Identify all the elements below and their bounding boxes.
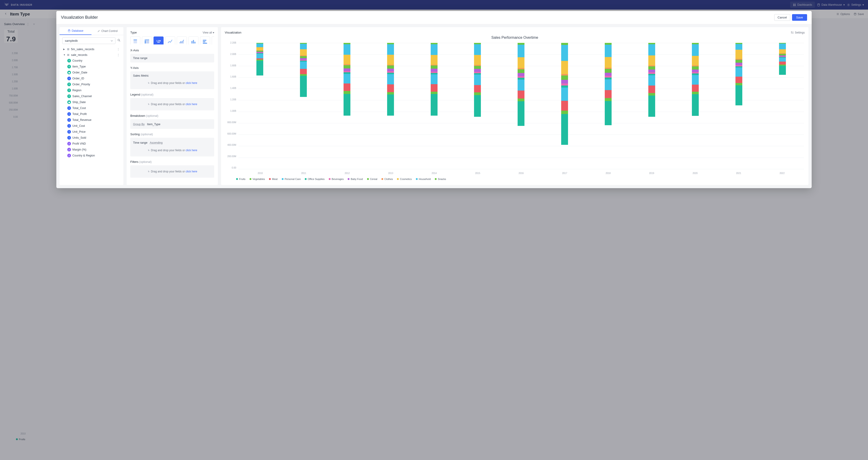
- save-button[interactable]: Save: [792, 14, 807, 21]
- field-node[interactable]: ƒProfit VND: [62, 141, 121, 146]
- bar-column[interactable]: [779, 43, 786, 169]
- field-node[interactable]: TOrder_Priority: [62, 81, 121, 87]
- click-here-link[interactable]: click here: [186, 170, 197, 173]
- chart-type-bar[interactable]: [200, 36, 210, 44]
- breakdown-group[interactable]: Group By: [133, 123, 145, 126]
- legend-item[interactable]: Cosmetics: [397, 178, 411, 180]
- sorting-drop-hint: Drag and drop your fields or click here: [133, 147, 212, 154]
- chart-type-lollipop[interactable]: [212, 36, 214, 44]
- xaxis-pill[interactable]: Time range: [133, 57, 212, 60]
- click-here-link[interactable]: click here: [186, 149, 197, 152]
- filters-dropzone[interactable]: Drag and drop your fields or click here: [130, 165, 214, 178]
- legend-item[interactable]: Meat: [269, 178, 277, 180]
- field-node[interactable]: Ship_Date: [62, 99, 121, 105]
- bar-segment: [736, 50, 742, 59]
- breakdown-dropzone[interactable]: Group By Item_Type: [130, 119, 214, 129]
- field-node[interactable]: ƒCountry & Region: [62, 153, 121, 159]
- chart-type-number[interactable]: 1.2M: [154, 36, 163, 44]
- legend-item[interactable]: Baby Food: [348, 178, 363, 180]
- bar-column[interactable]: [518, 43, 524, 169]
- field-node[interactable]: ƒMargin (%): [62, 146, 121, 153]
- bar-segment: [561, 45, 568, 61]
- view-all-link[interactable]: View all ▾: [203, 31, 214, 34]
- bar-column[interactable]: [300, 43, 307, 169]
- field-node[interactable]: iTotal_Cost: [62, 105, 121, 111]
- chart-type-area[interactable]: [177, 36, 187, 44]
- bar-column[interactable]: [387, 43, 394, 169]
- search-icon[interactable]: [117, 38, 121, 43]
- bar-segment: [779, 66, 786, 75]
- database-search-input[interactable]: [62, 37, 116, 44]
- field-node[interactable]: TSales_Channel: [62, 93, 121, 99]
- field-node[interactable]: TCountry: [62, 58, 121, 64]
- breakdown-value[interactable]: Item_Type: [147, 123, 160, 126]
- bar-column[interactable]: [736, 43, 742, 169]
- filters-label: Filters (optional): [130, 160, 214, 164]
- more-icon[interactable]: ⋮: [117, 53, 120, 57]
- yaxis-pill[interactable]: Sales Metric: [133, 74, 212, 77]
- bar-column[interactable]: [605, 43, 612, 169]
- table-node[interactable]: ▼ sale_records ⋮: [62, 52, 121, 58]
- chart-type-column[interactable]: [188, 36, 198, 44]
- tab-database[interactable]: Database: [60, 27, 91, 35]
- legend-item[interactable]: Household: [416, 178, 431, 180]
- field-node[interactable]: TRegion: [62, 87, 121, 93]
- field-node[interactable]: iUnit_Cost: [62, 123, 121, 129]
- sorting-direction[interactable]: Ascending: [150, 141, 163, 144]
- sorting-dropzone[interactable]: Time range Ascending Drag and drop your …: [130, 138, 214, 157]
- chart-type-line[interactable]: [165, 36, 175, 44]
- bar-segment: [779, 62, 786, 65]
- bar-segment: [736, 83, 742, 85]
- legend-label: Vegetables: [252, 178, 265, 180]
- bar-column[interactable]: [561, 43, 568, 169]
- number-field-icon: i: [67, 106, 71, 110]
- field-name: Unit_Price: [72, 130, 86, 133]
- cancel-button[interactable]: Cancel: [774, 14, 790, 21]
- legend-item[interactable]: Office Supplies: [305, 178, 324, 180]
- tab-chart-control[interactable]: Chart Control: [91, 27, 123, 35]
- legend-item[interactable]: Personal Care: [282, 178, 301, 180]
- legend-item[interactable]: Vegetables: [250, 178, 265, 180]
- database-tab-icon: [68, 29, 70, 32]
- legend-item[interactable]: Beverages: [329, 178, 344, 180]
- filters-drop-hint: Drag and drop your fields or click here: [133, 168, 212, 175]
- field-node[interactable]: iTotal_Revenue: [62, 117, 121, 123]
- field-node[interactable]: iUnits_Sold: [62, 135, 121, 141]
- caret-icon: ▼: [63, 54, 65, 56]
- viz-settings-button[interactable]: Settings: [790, 31, 805, 34]
- bar-column[interactable]: [692, 43, 699, 169]
- number-field-icon: i: [67, 136, 71, 139]
- yaxis-dropzone[interactable]: Sales Metric Drag and drop your fields o…: [130, 71, 214, 89]
- click-here-link[interactable]: click here: [186, 103, 197, 106]
- legend-dropzone[interactable]: Drag and drop your fields or click here: [130, 98, 214, 110]
- field-node[interactable]: Order_Date: [62, 70, 121, 75]
- bar-column[interactable]: [648, 43, 655, 169]
- legend-item[interactable]: Snacks: [435, 178, 446, 180]
- field-node[interactable]: iOrder_ID: [62, 75, 121, 81]
- click-here-link[interactable]: click here: [186, 81, 197, 85]
- bar-segment: [300, 49, 307, 56]
- visualization-builder-modal: Visualization Builder Cancel Save Databa…: [56, 11, 811, 188]
- chart-type-table[interactable]: [130, 36, 140, 44]
- legend-item[interactable]: Fruits: [236, 178, 245, 180]
- sorting-pill[interactable]: Time range: [133, 141, 147, 144]
- bar-segment: [561, 75, 568, 80]
- sorting-label: Sorting (optional): [130, 132, 214, 136]
- bar-segment: [692, 56, 699, 66]
- field-node[interactable]: iTotal_Profit: [62, 111, 121, 117]
- type-label: Type: [130, 31, 137, 34]
- table-node[interactable]: ▶ 5m_sales_records ⋮: [62, 46, 121, 52]
- legend-item[interactable]: Clothes: [381, 178, 393, 180]
- x-tick: 2018: [586, 172, 630, 174]
- bar-column[interactable]: [431, 43, 437, 169]
- bar-column[interactable]: [344, 43, 350, 169]
- bar-column[interactable]: [474, 43, 481, 169]
- field-node[interactable]: TItem_Type: [62, 64, 121, 70]
- bar-column[interactable]: [256, 43, 263, 169]
- chart-type-pivot[interactable]: [142, 36, 152, 44]
- field-node[interactable]: iUnit_Price: [62, 129, 121, 135]
- text-field-icon: T: [67, 59, 71, 63]
- xaxis-dropzone[interactable]: Time range: [130, 54, 214, 63]
- more-icon[interactable]: ⋮: [117, 47, 120, 51]
- legend-item[interactable]: Cereal: [367, 178, 377, 180]
